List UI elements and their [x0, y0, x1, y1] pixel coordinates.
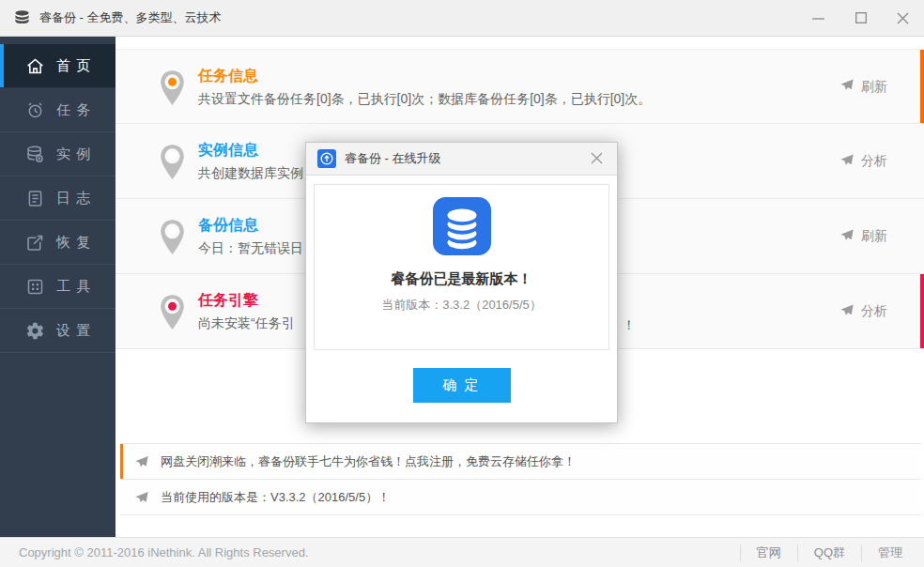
paper-plane-icon — [134, 490, 149, 505]
dialog-panel: 睿备份已是最新版本！ 当前版本：3.3.2（2016/5/5） — [314, 184, 609, 350]
location-pin-icon — [157, 69, 188, 111]
sidebar-item-label: 日 志 — [56, 190, 91, 207]
sidebar-item-label: 恢 复 — [56, 234, 91, 252]
row-subtitle: 尚未安装“任务引 — [198, 315, 295, 332]
footer-links: 官网 QQ群 管理 — [740, 538, 918, 567]
qq-group-link[interactable]: QQ群 — [797, 544, 861, 561]
paper-plane-icon — [839, 302, 855, 320]
sidebar-item-label: 工 具 — [56, 278, 91, 296]
minimize-button[interactable] — [797, 0, 839, 36]
restore-icon — [25, 233, 45, 253]
refresh-action[interactable]: 刷新 — [839, 78, 887, 96]
alarm-icon — [25, 100, 45, 120]
window-controls — [797, 0, 924, 36]
notice-list: 网盘关闭潮来临，睿备份联手七牛为你省钱！点我注册，免费云存储任你拿！ 当前使用的… — [120, 443, 921, 515]
sidebar-item-logs[interactable]: 日 志 — [0, 176, 116, 221]
footer: Copyright © 2011-2016 iNethink. All Righ… — [0, 537, 924, 567]
ok-button[interactable]: 确 定 — [413, 368, 511, 403]
sidebar-item-home[interactable]: 首 页 — [0, 44, 116, 88]
dialog-body: 睿备份已是最新版本！ 当前版本：3.3.2（2016/5/5） 确 定 — [306, 176, 617, 403]
sidebar-item-tasks[interactable]: 任 务 — [0, 88, 116, 132]
sidebar-item-instances[interactable]: 实 例 — [0, 132, 116, 176]
sidebar-item-settings[interactable]: 设 置 — [0, 309, 116, 353]
titlebar: 睿备份 - 全免费、多类型、云技术 — [0, 0, 924, 37]
paper-plane-icon — [839, 227, 855, 245]
database-logo-icon — [433, 197, 491, 255]
sidebar-item-restore[interactable]: 恢 复 — [0, 221, 116, 265]
paper-plane-icon — [134, 454, 149, 469]
database-icon — [25, 145, 45, 164]
row-title: 任务引擎 — [198, 290, 295, 310]
row-task-info: 任务信息 共设置文件备份任务[0]条，已执行[0]次；数据库备份任务[0]条，已… — [116, 49, 924, 124]
row-accent-bar — [920, 274, 924, 348]
sidebar-item-tools[interactable]: 工 具 — [0, 265, 116, 309]
action-label: 刷新 — [861, 78, 887, 95]
row-title: 备份信息 — [198, 215, 303, 235]
paper-plane-icon — [839, 78, 855, 96]
row-subtitle: 共设置文件备份任务[0]条，已执行[0]次；数据库备份任务[0]条，已执行[0]… — [198, 91, 651, 108]
location-pin-icon — [157, 219, 188, 260]
row-title: 任务信息 — [198, 66, 651, 85]
sidebar-item-label: 任 务 — [56, 101, 91, 119]
notice-text: 当前使用的版本是：V3.3.2（2016/5/5）！ — [161, 489, 390, 506]
sidebar-item-label: 首 页 — [56, 57, 91, 75]
location-pin-icon — [157, 294, 188, 335]
dialog-title: 睿备份 - 在线升级 — [345, 150, 588, 167]
notice-text: 网盘关闭潮来临，睿备份联手七牛为你省钱！点我注册，免费云存储任你拿！ — [161, 453, 576, 470]
row-subtitle: 今日：暂无错误日 — [198, 240, 303, 257]
home-icon — [25, 56, 45, 76]
tools-icon — [25, 277, 45, 297]
row-subtitle: 共创建数据库实例 — [198, 165, 303, 182]
dialog-message: 睿备份已是最新版本！ — [315, 270, 608, 288]
action-label: 分析 — [861, 303, 887, 320]
dialog-close-icon[interactable] — [588, 151, 606, 167]
maximize-button[interactable] — [839, 0, 882, 36]
copyright-text: Copyright © 2011-2016 iNethink. All Righ… — [19, 545, 309, 559]
app-logo-database-icon — [13, 9, 31, 27]
sidebar-item-label: 实 例 — [56, 146, 91, 163]
sidebar: 首 页 任 务 实 例 日 志 — [0, 37, 116, 538]
row-title: 实例信息 — [198, 140, 303, 160]
sidebar-item-label: 设 置 — [56, 322, 91, 340]
refresh-action[interactable]: 刷新 — [839, 227, 887, 245]
version-notice[interactable]: 当前使用的版本是：V3.3.2（2016/5/5）！ — [120, 480, 921, 515]
dialog-version: 当前版本：3.3.2（2016/5/5） — [315, 297, 608, 314]
close-button[interactable] — [882, 0, 924, 36]
row-accent-bar — [920, 50, 924, 123]
settings-gear-icon — [25, 321, 45, 341]
official-site-link[interactable]: 官网 — [740, 544, 797, 561]
action-label: 分析 — [861, 153, 887, 170]
location-pin-icon — [157, 144, 188, 185]
upgrade-arrow-icon — [317, 149, 336, 168]
upgrade-dialog: 睿备份 - 在线升级 睿备份已是最新版本！ 当前版本：3.3.2（2016/5/… — [305, 142, 618, 423]
action-label: 刷新 — [861, 228, 887, 245]
window-title: 睿备份 - 全免费、多类型、云技术 — [39, 9, 222, 26]
paper-plane-icon — [839, 152, 855, 170]
analyze-action[interactable]: 分析 — [839, 302, 887, 320]
analyze-action[interactable]: 分析 — [839, 152, 887, 170]
log-icon — [25, 189, 45, 208]
promo-notice[interactable]: 网盘关闭潮来临，睿备份联手七牛为你省钱！点我注册，免费云存储任你拿！ — [120, 444, 921, 480]
admin-link[interactable]: 管理 — [861, 544, 918, 561]
dialog-header: 睿备份 - 在线升级 — [306, 143, 617, 176]
row-subtitle-tail: ！ — [623, 317, 636, 334]
